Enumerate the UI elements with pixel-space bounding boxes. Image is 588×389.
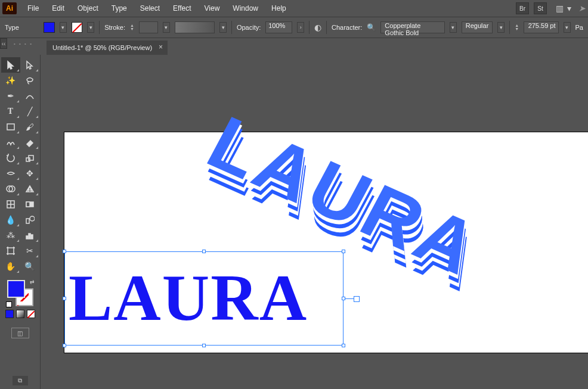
screen-mode-button[interactable]: ⧉ bbox=[13, 376, 28, 385]
selection-handle-br[interactable] bbox=[342, 344, 345, 347]
bridge-button[interactable]: Br bbox=[516, 2, 529, 14]
text-out-port[interactable] bbox=[345, 298, 356, 299]
opacity-dropdown[interactable]: › bbox=[297, 22, 304, 33]
arrange-documents[interactable]: ▥ ▾ bbox=[556, 4, 571, 13]
gpu-preview-button[interactable]: ➤ bbox=[578, 4, 586, 13]
stroke-weight-stepper[interactable]: ▲▼ bbox=[130, 24, 134, 31]
selection-bounding-box[interactable]: LAURA bbox=[64, 251, 343, 346]
blend-tool[interactable] bbox=[20, 212, 39, 228]
selection-handle-tm[interactable] bbox=[202, 250, 206, 253]
eyedropper-tool[interactable]: 💧 bbox=[1, 212, 20, 228]
perspective-grid-tool[interactable] bbox=[20, 181, 39, 197]
document-tab[interactable]: Untitled-1* @ 50% (RGB/Preview) × bbox=[47, 41, 168, 55]
artwork-flat-text[interactable]: LAURA bbox=[69, 260, 308, 336]
direct-selection-tool[interactable] bbox=[20, 57, 39, 73]
menu-edit[interactable]: Edit bbox=[46, 2, 70, 15]
menu-object[interactable]: Object bbox=[72, 2, 104, 15]
menu-select[interactable]: Select bbox=[134, 2, 166, 15]
menu-effect[interactable]: Effect bbox=[167, 2, 197, 15]
selection-handle-bm[interactable] bbox=[202, 344, 206, 347]
recolor-artwork-icon[interactable]: ◐ bbox=[314, 23, 321, 32]
svg-rect-1 bbox=[26, 158, 30, 161]
selection-tool[interactable] bbox=[1, 57, 20, 73]
stroke-weight-dropdown[interactable]: ▾ bbox=[163, 22, 170, 33]
color-mode-gradient[interactable] bbox=[16, 310, 24, 318]
shape-builder-icon bbox=[6, 184, 16, 194]
rotate-icon bbox=[6, 153, 16, 163]
curvature-tool[interactable] bbox=[20, 88, 39, 104]
panel-collapse-grip[interactable]: ‹‹ bbox=[0, 38, 7, 49]
artboard[interactable]: LAURA LAURA LAURA LAURA LAURA LAURA bbox=[64, 132, 588, 353]
lasso-tool[interactable] bbox=[20, 73, 39, 88]
fill-swatch[interactable] bbox=[44, 22, 55, 33]
rotate-tool[interactable] bbox=[1, 150, 20, 166]
font-size-stepper[interactable]: ▲▼ bbox=[515, 24, 519, 31]
stroke-dropdown[interactable]: ▾ bbox=[87, 22, 94, 33]
color-mode-none[interactable] bbox=[27, 310, 35, 318]
artboard-tool[interactable] bbox=[1, 243, 20, 259]
column-graph-tool[interactable] bbox=[20, 228, 39, 243]
selection-handle-tl[interactable] bbox=[63, 250, 66, 253]
svg-rect-8 bbox=[26, 219, 29, 223]
gradient-tool[interactable] bbox=[20, 197, 39, 212]
mesh-tool[interactable] bbox=[1, 197, 20, 212]
free-transform-tool[interactable]: ✥ bbox=[20, 166, 39, 181]
pen-icon: ✒ bbox=[7, 91, 14, 101]
fill-dropdown[interactable]: ▾ bbox=[60, 22, 67, 33]
stroke-weight-field[interactable] bbox=[139, 21, 158, 33]
line-segment-tool[interactable]: ╱ bbox=[20, 104, 39, 119]
document-tab-title: Untitled-1* @ 50% (RGB/Preview) bbox=[52, 44, 152, 51]
menu-window[interactable]: Window bbox=[227, 2, 264, 15]
document-tab-bar: Untitled-1* @ 50% (RGB/Preview) × bbox=[43, 38, 588, 55]
font-size-dropdown[interactable]: ▾ bbox=[564, 22, 571, 33]
rectangle-tool[interactable] bbox=[1, 119, 20, 135]
shape-builder-tool[interactable] bbox=[1, 181, 20, 197]
color-mode-color[interactable] bbox=[5, 310, 14, 318]
menu-help[interactable]: Help bbox=[265, 2, 292, 15]
paragraph-label-cut: Pa bbox=[575, 24, 583, 31]
panel-drag-dots[interactable]: • • • • bbox=[8, 38, 38, 49]
scale-tool[interactable] bbox=[20, 150, 39, 166]
stock-button[interactable]: St bbox=[534, 2, 547, 14]
width-tool[interactable] bbox=[1, 166, 20, 181]
eraser-tool[interactable] bbox=[20, 135, 39, 150]
font-size-field[interactable]: 275.59 pt bbox=[524, 21, 558, 33]
symbol-sprayer-tool[interactable]: ⁂ bbox=[1, 228, 20, 243]
control-bar: Type ▾ ▾ Stroke: ▲▼ ▾ ▾ Opacity: 100% › … bbox=[0, 17, 588, 38]
stroke-swatch[interactable] bbox=[72, 22, 83, 33]
variable-width-profile[interactable] bbox=[175, 21, 215, 33]
svg-rect-10 bbox=[26, 236, 28, 239]
font-family-dropdown[interactable]: ▾ bbox=[450, 22, 457, 33]
type-tool[interactable]: T bbox=[1, 104, 20, 119]
selection-handle-tr[interactable] bbox=[342, 250, 345, 253]
default-fill-stroke-icon[interactable] bbox=[6, 301, 12, 307]
shaper-tool[interactable] bbox=[1, 135, 20, 150]
color-mode-row bbox=[0, 310, 40, 318]
font-family-field[interactable]: Copperplate Gothic Bold bbox=[380, 21, 444, 33]
slice-tool[interactable]: ✂ bbox=[20, 243, 39, 259]
paintbrush-tool[interactable]: 🖌 bbox=[20, 119, 39, 135]
swap-fill-stroke-icon[interactable]: ⇄ bbox=[30, 279, 35, 285]
opacity-field[interactable]: 100% bbox=[265, 21, 292, 33]
shaper-icon bbox=[6, 138, 16, 147]
close-tab-icon[interactable]: × bbox=[159, 43, 163, 51]
fill-indicator[interactable] bbox=[7, 280, 25, 298]
hand-tool[interactable]: ✋ bbox=[1, 259, 20, 274]
fill-stroke-indicator[interactable]: ⇄ bbox=[7, 280, 33, 306]
selection-handle-bl[interactable] bbox=[63, 344, 66, 347]
menu-view[interactable]: View bbox=[199, 2, 226, 15]
variable-width-dropdown[interactable]: ▾ bbox=[219, 22, 227, 33]
font-style-dropdown[interactable]: ▾ bbox=[497, 22, 505, 33]
menu-type[interactable]: Type bbox=[106, 2, 133, 15]
font-style-field[interactable]: Regular bbox=[462, 21, 493, 33]
draw-mode-button[interactable]: ◫ bbox=[11, 328, 29, 338]
menu-file[interactable]: File bbox=[21, 2, 45, 15]
opacity-label: Opacity: bbox=[237, 24, 261, 31]
font-search-icon[interactable]: 🔍 bbox=[367, 23, 376, 32]
selection-handle-ml[interactable] bbox=[63, 297, 66, 300]
canvas-area[interactable]: LAURA LAURA LAURA LAURA LAURA LAURA bbox=[43, 55, 588, 389]
width-icon bbox=[6, 169, 16, 178]
magic-wand-tool[interactable]: ✨ bbox=[1, 73, 20, 88]
zoom-tool[interactable]: 🔍 bbox=[20, 259, 39, 274]
pen-tool[interactable]: ✒ bbox=[1, 88, 20, 104]
